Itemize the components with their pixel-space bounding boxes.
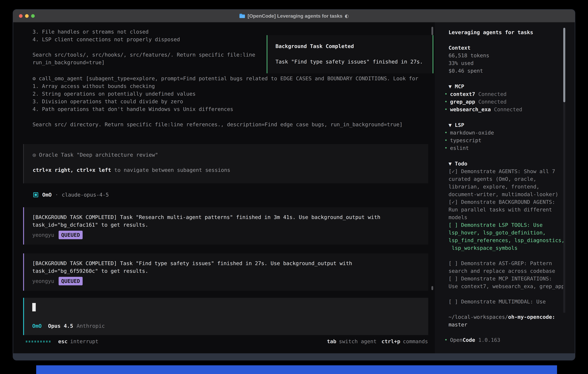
mcp-item: • grep_app Connected [444, 98, 506, 105]
status-right: tab switch agent ctrl+p commands [327, 338, 428, 345]
lsp-section-toggle[interactable]: ▼ LSP [449, 121, 464, 129]
sidebar-session-title: Leveraging agents for tasks [449, 29, 533, 36]
minimize-button[interactable] [25, 14, 29, 18]
agent-session-header: OmO · claude-opus-4-5 [33, 191, 109, 198]
folder-icon [239, 13, 245, 18]
message-author: yeongyu [32, 231, 54, 239]
desktop-background: [OpenCode] Leveraging agents for tasks ◐… [0, 0, 588, 374]
mcp-item-status: Connected [494, 105, 522, 113]
oracle-task-header: ◎ Oracle Task "Deep architecture review" [33, 151, 428, 159]
message-card-research: [BACKGROUND TASK COMPLETED] Task "Resear… [23, 207, 428, 245]
title-bar[interactable]: [OpenCode] Leveraging agents for tasks ◐ [13, 10, 575, 22]
terminal-scrollbar-thumb[interactable] [431, 286, 433, 290]
shortcut-hint-text: to navigate between subagent sessions [114, 167, 230, 173]
ctrlp-key-hint: ctrl+p [381, 338, 400, 345]
input-provider-label: Anthropic [76, 322, 105, 330]
sidebar-scrollbar-thumb[interactable] [563, 28, 565, 102]
esc-key-hint: esc [58, 338, 68, 345]
message-meta: yeongyu QUEUED [32, 231, 428, 239]
text-cursor [32, 303, 36, 311]
status-bar: esc interrupt tab switch agent ctrl+p co… [26, 338, 428, 345]
terminal-output-top: 3. File handles or streams not closed 4.… [32, 28, 255, 66]
record-icon: ◎ [33, 152, 39, 158]
mcp-item: • websearch_exa Connected [444, 105, 522, 113]
workspace-path: ~/local-workspaces/oh-my-opencode: [449, 313, 555, 321]
status-left: esc interrupt [26, 338, 98, 345]
input-model-row: OmO Opus 4.5 Anthropic [32, 322, 105, 330]
todo-active-item: [ ] Demonstrate LSP TOOLS: Use lsp_hover… [449, 221, 565, 252]
status-dot-icon: • [444, 98, 447, 105]
ctrlp-key-label: commands [403, 338, 428, 345]
session-sidebar: Leveraging agents for tasks Context 66,5… [435, 22, 575, 353]
todo-pending-items: [ ] Demonstrate AST-GREP: Pattern search… [449, 260, 565, 305]
status-dot-icon: • [444, 144, 447, 152]
tab-key-hint: tab [327, 338, 336, 345]
opencode-window: [OpenCode] Leveraging agents for tasks ◐… [13, 9, 575, 360]
lsp-item-name: eslint [450, 144, 469, 152]
mcp-item-name: grep_app [450, 98, 475, 105]
message-text-line1: [BACKGROUND TASK COMPLETED] Task "Resear… [32, 213, 428, 221]
tab-key-label: switch agent [339, 338, 377, 345]
status-badge: QUEUED [59, 277, 83, 285]
context-stats: 66,518 tokens 33% used $0.46 spent [449, 52, 489, 75]
omo-agent-icon [33, 192, 38, 197]
window-title-text: [OpenCode] Leveraging agents for tasks [248, 13, 342, 19]
shortcut-keys: ctrl+x right, ctrl+x left [33, 167, 111, 173]
message-author: yeongyu [32, 277, 54, 285]
maximize-button[interactable] [31, 14, 35, 18]
input-model-label[interactable]: Opus 4.5 [48, 322, 73, 330]
bottom-blue-strip [36, 365, 557, 374]
mcp-item: • context7 Connected [444, 90, 506, 98]
mcp-item-status: Connected [478, 90, 506, 98]
mcp-section-toggle[interactable]: ▼ MCP [449, 83, 464, 90]
todo-done-items: [✓] Demonstrate AGENTS: Show all 7 curat… [449, 167, 558, 221]
lsp-item: • typescript [444, 136, 481, 144]
workspace-path-prefix: ~/local-workspaces/ [449, 314, 508, 320]
status-dot-icon: • [444, 90, 447, 98]
activity-dots-icon [26, 341, 51, 343]
esc-key-label: interrupt [70, 338, 98, 345]
terminal-scrollbar-thumb[interactable] [431, 27, 433, 35]
session-spinner-icon: ◐ [345, 13, 349, 19]
oracle-task-hint: ctrl+x right, ctrl+x leftto navigate bet… [33, 166, 428, 174]
agent-name: OmO [42, 191, 52, 198]
separator-dot: · [55, 191, 58, 198]
lsp-item-name: typescript [450, 136, 481, 144]
status-badge: QUEUED [59, 231, 83, 239]
workspace-repo: oh-my-opencode: [508, 314, 555, 320]
message-meta: yeongyu QUEUED [32, 277, 428, 285]
status-dot-icon: • [444, 129, 447, 136]
todo-section-toggle[interactable]: ▼ Todo [449, 160, 467, 167]
close-button[interactable] [19, 14, 22, 18]
terminal-pane: 3. File handles or streams not closed 4.… [13, 22, 435, 353]
window-title: [OpenCode] Leveraging agents for tasks ◐ [239, 13, 349, 19]
app-name-prefix: Open [450, 336, 462, 344]
window-bottom-edge [13, 353, 575, 360]
oracle-task-title: Oracle Task "Deep architecture review" [39, 152, 158, 158]
app-version: 1.0.163 [478, 336, 500, 344]
workspace-branch: master [449, 321, 467, 328]
toast-body: Task "Find type safety issues" finished … [275, 58, 424, 65]
status-dot-icon: • [444, 336, 447, 344]
lsp-item: • markdown-oxide [444, 129, 494, 136]
app-name-bold: Code [462, 336, 475, 344]
status-dot-icon: • [444, 136, 447, 144]
message-text-line1: [BACKGROUND TASK COMPLETED] Task "Find t… [32, 260, 428, 267]
message-text-line2: task_id="bg_6f59260c" to get results. [32, 267, 428, 275]
prompt-input[interactable]: OmO Opus 4.5 Anthropic [23, 298, 428, 335]
mcp-item-status: Connected [478, 98, 506, 105]
message-card-typesafety: [BACKGROUND TASK COMPLETED] Task "Find t… [23, 253, 428, 291]
mcp-item-name: context7 [450, 90, 475, 98]
terminal-output-agent-call: ⚙ call_omo_agent [subagent_type=explore,… [32, 75, 418, 128]
message-text-line2: task_id="bg_dcfac161" to get results. [32, 221, 428, 229]
oracle-task-panel: ◎ Oracle Task "Deep architecture review"… [23, 144, 428, 183]
agent-model: claude-opus-4-5 [62, 191, 109, 198]
input-agent-label[interactable]: OmO [32, 322, 42, 330]
traffic-lights [19, 10, 35, 22]
context-heading: Context [449, 44, 471, 52]
omo-agent-icon-fill [35, 194, 37, 196]
lsp-item: • eslint [444, 144, 469, 152]
status-dot-icon: • [444, 105, 447, 113]
lsp-item-name: markdown-oxide [450, 129, 494, 136]
version-row: • OpenCode1.0.163 [444, 336, 500, 344]
